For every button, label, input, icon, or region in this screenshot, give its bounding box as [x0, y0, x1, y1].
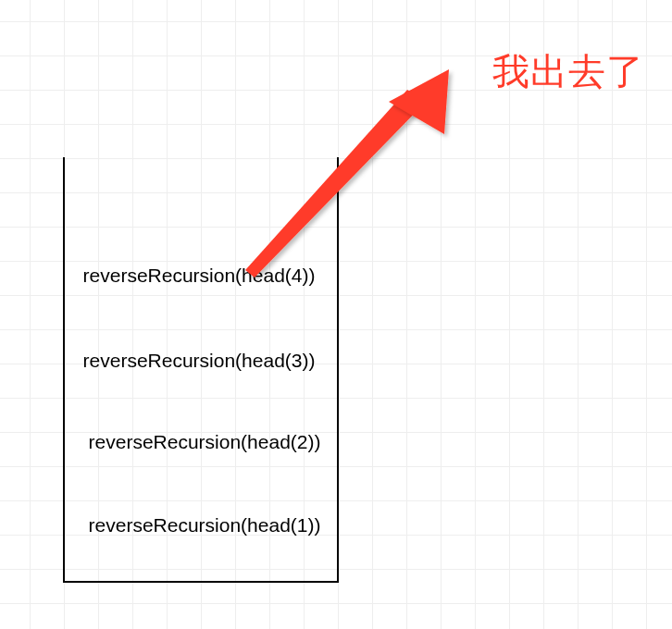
stack-item: reverseRecursion(head(2))	[68, 431, 341, 453]
annotation-label: 我出去了	[492, 46, 644, 97]
stack-item: reverseRecursion(head(1))	[68, 514, 341, 536]
stack-container: reverseRecursion(head(4)) reverseRecursi…	[63, 157, 339, 583]
stack-item: reverseRecursion(head(4))	[63, 265, 335, 287]
stack-item: reverseRecursion(head(3))	[63, 350, 335, 372]
